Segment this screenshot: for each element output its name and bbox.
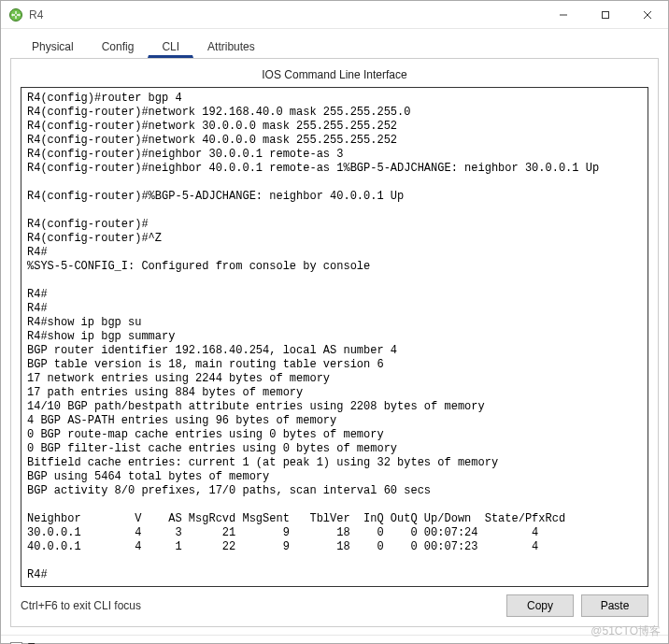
tab-cli[interactable]: CLI [148,34,193,58]
panel-title: IOS Command Line Interface [21,66,648,87]
app-window: R4 Physical Config CLI Attributes IOS Co… [0,0,669,644]
content: Physical Config CLI Attributes IOS Comma… [1,29,668,635]
paste-button[interactable]: Paste [581,594,648,617]
tab-attributes[interactable]: Attributes [193,34,269,58]
watermark: @51CTO博客 [591,623,661,639]
tab-physical[interactable]: Physical [18,34,88,58]
svg-rect-1 [602,11,608,18]
maximize-button[interactable] [584,1,626,28]
tab-bar: Physical Config CLI Attributes [10,35,659,59]
close-button[interactable] [626,1,668,28]
panel-footer: Ctrl+F6 to exit CLI focus Copy Paste [21,587,648,617]
cli-terminal[interactable]: R4(config)#router bgp 4 R4(config-router… [21,87,648,587]
minimize-button[interactable] [542,1,584,28]
copy-button[interactable]: Copy [506,594,574,617]
window-title: R4 [29,8,43,21]
cli-output[interactable]: R4(config)#router bgp 4 R4(config-router… [27,92,642,582]
bottom-bar: Top [1,635,668,644]
cli-hint: Ctrl+F6 to exit CLI focus [21,599,499,612]
titlebar: R4 [1,1,668,29]
svg-point-0 [10,8,22,21]
tab-config[interactable]: Config [88,34,149,58]
cli-panel: IOS Command Line Interface R4(config)#ro… [10,59,659,627]
router-icon [8,7,23,22]
